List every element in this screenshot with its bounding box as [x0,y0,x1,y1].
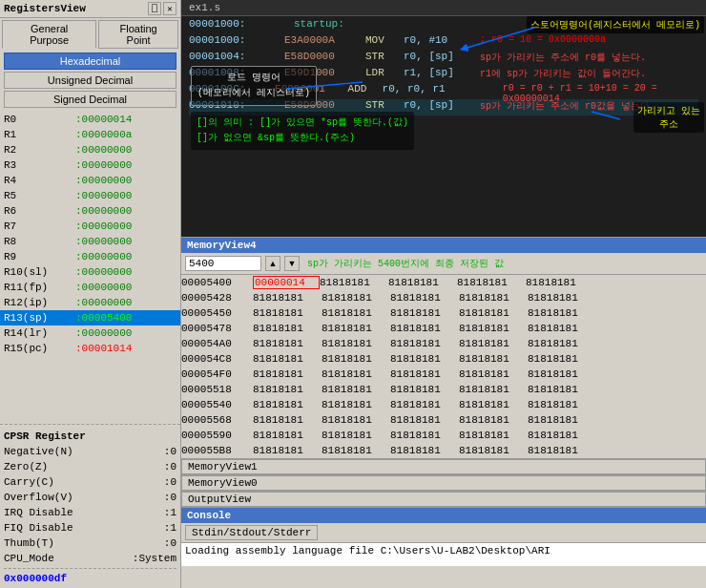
register-r0[interactable]: R0 :00000014 [0,112,180,127]
register-tab-bar: General Purpose Floating Point [0,18,180,51]
cpsr-negative: Negative(N):0 [4,444,176,459]
console-output-text: Loading assembly language file C:\Users\… [185,545,550,556]
memory-up-button[interactable]: ▲ [265,256,280,271]
mem-row-7: 00005518 81818181 81818181 81818181 8181… [181,382,706,397]
memory-content: 00005400 00000014 81818181 81818181 8181… [181,275,706,458]
format-signed-decimal[interactable]: Signed Decimal [4,91,176,108]
annotation-store: 스토어명령어(레지스터에서 메모리로) [527,16,704,33]
register-r5[interactable]: R5 :00000000 [0,188,180,203]
cpsr-overflow: Overflow(V):0 [4,490,176,505]
cpsr-title: CPSR Register [4,429,176,444]
memoryview1-section: MemoryView1 [181,458,706,474]
annotation-bracket: []의 의미 : []가 있으면 *sp를 뜻한다.(값)[]가 없으면 &sp… [191,112,414,150]
dock-icon[interactable]: ⎕ [148,2,161,15]
console-output: Loading assembly language file C:\Users\… [181,543,706,566]
memoryview1-label: MemoryView1 [188,461,258,472]
cpsr-irq: IRQ Disable:1 [4,505,176,520]
separator-2 [4,568,176,569]
main-container: RegistersView ⎕ ✕ General Purpose Floati… [0,0,706,588]
memoryview1-title[interactable]: MemoryView1 [181,459,706,474]
annotation-pointing: 가리키고 있는주소 [633,102,704,133]
cpsr-thumb: Thumb(T):0 [4,536,176,551]
memoryview0-section: MemoryView0 [181,474,706,491]
memory-description: sp가 가리키는 5400번지에 최종 저장된 값 [307,257,504,270]
mem-row-1: 00005428 81818181 81818181 81818181 8181… [181,290,706,305]
registers-title-bar: RegistersView ⎕ ✕ [0,0,180,18]
registers-panel: RegistersView ⎕ ✕ General Purpose Floati… [0,0,181,588]
separator-1 [0,424,180,425]
memoryview0-title[interactable]: MemoryView0 [181,475,706,491]
cpsr-mode: CPU_Mode:System [4,551,176,566]
memory-address-input[interactable] [185,256,261,271]
console-section: Console Stdin/Stdout/Stderr Loading asse… [181,507,706,566]
register-r3[interactable]: R3 :00000000 [0,158,180,173]
tab-floating-point[interactable]: Floating Point [98,20,178,49]
console-toolbar: Stdin/Stdout/Stderr [181,523,706,543]
register-r1[interactable]: R1 :0000000a [0,127,180,142]
register-r2[interactable]: R2 :00000000 [0,142,180,158]
mem-row-2: 00005450 81818181 81818181 81818181 8181… [181,305,706,321]
register-r13[interactable]: R13(sp) :00005400 [0,310,180,326]
mem-row-0: 00005400 00000014 81818181 81818181 8181… [181,275,706,290]
code-view: ex1.s 00001000: startup: 00001000: E3A00… [181,0,706,237]
memory-view4: MemoryView4 ▲ ▼ sp가 가리키는 5400번지에 최종 저장된 … [181,237,706,458]
register-r7[interactable]: R7 :00000000 [0,219,180,234]
memory-toolbar: ▲ ▼ sp가 가리키는 5400번지에 최종 저장된 값 [181,253,706,275]
mem-row-8: 00005540 81818181 81818181 81818181 8181… [181,397,706,412]
mem-row-5: 000054C8 81818181 81818181 81818181 8181… [181,351,706,367]
register-r12[interactable]: R12(ip) :00000000 [0,295,180,310]
close-icon[interactable]: ✕ [163,2,176,15]
memoryview0-label: MemoryView0 [188,477,258,489]
memory-view4-title[interactable]: MemoryView4 [181,238,706,253]
outputview-section: OutputView [181,491,706,507]
code-line-str1: 00001004: E58D0000 STR r0, [sp] sp가 가리키는… [189,51,698,67]
mem-row-6: 000054F0 81818181 81818181 81818181 8181… [181,367,706,382]
registers-title: RegistersView [4,3,86,14]
outputview-label: OutputView [188,494,251,505]
cpsr-value: 0x000000df [4,571,176,586]
title-icons: ⎕ ✕ [148,2,176,15]
console-tab-stdio[interactable]: Stdin/Stdout/Stderr [185,525,318,540]
code-file-title: ex1.s [189,2,220,13]
format-hexadecimal[interactable]: Hexadecimal [4,52,176,70]
format-unsigned-decimal[interactable]: Unsigned Decimal [4,72,176,89]
mem-row-4: 000054A0 81818181 81818181 81818181 8181… [181,336,706,351]
register-r4[interactable]: R4 :00000000 [0,173,180,188]
register-r8[interactable]: R8 :00000000 [0,234,180,249]
register-r6[interactable]: R6 :00000000 [0,203,180,219]
tab-general-purpose[interactable]: General Purpose [2,20,96,49]
register-r15[interactable]: R15(pc) :00001014 [0,341,180,356]
mem-row-9: 00005568 81818181 81818181 81818181 8181… [181,412,706,428]
register-r14[interactable]: R14(lr) :00000000 [0,326,180,341]
outputview-title[interactable]: OutputView [181,492,706,507]
right-panel: ex1.s 00001000: startup: 00001000: E3A00… [181,0,706,588]
code-header: ex1.s [181,0,706,16]
cpsr-section: CPSR Register Negative(N):0 Zero(Z):0 Ca… [0,427,180,588]
mem-row-3: 00005478 81818181 81818181 81818181 8181… [181,321,706,336]
memory-down-button[interactable]: ▼ [284,256,300,271]
cpsr-zero: Zero(Z):0 [4,459,176,474]
cpsr-fiq: FIQ Disable:1 [4,520,176,536]
register-r10[interactable]: R10(sl) :00000000 [0,264,180,280]
register-r11[interactable]: R11(fp) :00000000 [0,280,180,295]
console-title[interactable]: Console [181,508,706,523]
format-buttons: Hexadecimal Unsigned Decimal Signed Deci… [0,51,180,110]
registers-list: R0 :00000014 R1 :0000000a R2 :00000000 R… [0,110,180,422]
mem-row-10: 00005590 81818181 81818181 81818181 8181… [181,428,706,443]
mem-row-11: 000055B8 81818181 81818181 81818181 8181… [181,443,706,458]
register-r9[interactable]: R9 :00000000 [0,249,180,264]
annotation-load: 로드 명령어(메모리에서 레지스터로) [191,66,317,106]
code-line-mov: 00001000: E3A0000A MOV r0, #10 ; r0 = 10… [189,34,698,51]
cpsr-carry: Carry(C):0 [4,474,176,490]
